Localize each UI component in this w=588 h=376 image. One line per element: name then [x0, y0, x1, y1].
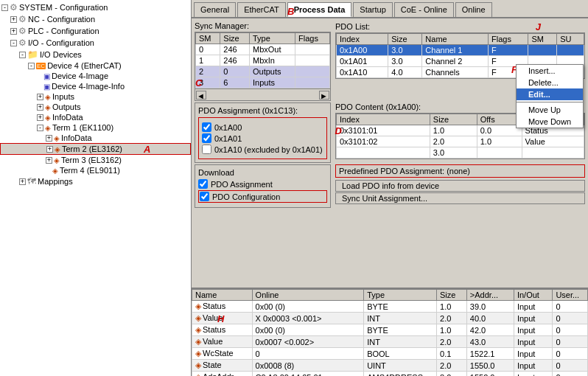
tab-process-data[interactable]: Process Data [287, 2, 352, 17]
context-menu-edit[interactable]: Edit... [517, 88, 583, 100]
tree-item-term2[interactable]: + ◈ Term 2 (EL3162) [0, 143, 191, 155]
tree-item-term1-infodata[interactable]: + ◈ InfoData [0, 133, 191, 143]
sm-row-0[interactable]: 0 246 MbxOut [196, 44, 330, 55]
download-pdo-config-check[interactable] [200, 192, 209, 201]
tree-item-mappings[interactable]: + 🗺 Mappings [0, 175, 191, 187]
context-menu-move-down[interactable]: Move Down [517, 116, 583, 128]
term4-icon: ◈ [52, 167, 58, 175]
status-icon-0: ◈ [195, 302, 201, 310]
info-icon: ◈ [45, 114, 51, 122]
bt-row-5[interactable]: ◈State 0x0008 (8) UINT 2.0 1550.0 Input … [192, 360, 588, 372]
bt-inout-5: Input [514, 360, 552, 372]
sm-row-2[interactable]: 2 0 Outputs [196, 66, 330, 77]
wcstate-icon: ◈ [195, 349, 201, 358]
expand-system[interactable]: - [1, 4, 8, 11]
input-icon: ◈ [45, 93, 51, 101]
context-menu-insert[interactable]: Insert... [517, 65, 583, 77]
scroll-right-btn[interactable]: ► [319, 91, 329, 100]
expand-device4[interactable]: - [28, 63, 35, 69]
tree-item-plc[interactable]: + ⚙ PLC - Configuration [0, 25, 191, 37]
tree-label-nc: NC - Configuration [28, 15, 95, 24]
pdo-row-0[interactable]: 0x1A00 3.0 Channel 1 F [337, 45, 584, 56]
download-pdo-assignment-check[interactable] [198, 179, 208, 189]
bt-row-2[interactable]: ◈Status 0x00 (0) BYTE 1.0 42.0 Input 0 [192, 324, 588, 336]
context-menu-move-up[interactable]: Move Up [517, 104, 583, 116]
bt-type-2: BYTE [364, 324, 437, 336]
tree-label-outputs: Outputs [52, 102, 81, 111]
tree-item-io[interactable]: - ⚙ I/O - Configuration [0, 37, 191, 49]
expand-plc[interactable]: + [10, 28, 17, 35]
sync-manager-table: SM Size Type Flags 0 246 Mbx [195, 32, 330, 88]
bt-row-6[interactable]: ◈AdsAddr C0 A8 00 14 05 01 ... AMS4DDRES… [192, 372, 588, 377]
expand-mappings[interactable]: + [19, 178, 26, 185]
bt-col-addr: >Addr... [466, 290, 514, 301]
tree-item-device4[interactable]: - EC Device 4 (EtherCAT) [0, 60, 191, 71]
sm-row-3[interactable]: 3 6 Inputs [196, 77, 330, 88]
pdo-content-row-1[interactable]: 0x3101:02 2.0 1.0 Value [337, 136, 584, 147]
sm-scrollbar[interactable]: ◄ ► [195, 89, 331, 101]
tab-online[interactable]: Online [455, 2, 492, 17]
pdo-assign-check-1[interactable] [202, 133, 211, 143]
tab-content-process-data: Sync Manager: SM Size Type Flags [192, 18, 588, 288]
pdo-assign-check-0[interactable] [202, 122, 211, 132]
load-pdo-button[interactable]: Load PDO info from device [335, 180, 585, 192]
folder-icon: 📁 [27, 49, 38, 60]
col-flags: Flags [295, 33, 330, 44]
expand-io[interactable]: - [10, 40, 17, 46]
sm-3: 3 [196, 77, 220, 88]
bt-row-1[interactable]: ◈Value X 0x0003 <0.001> INT 2.0 40.0 Inp… [192, 313, 588, 324]
bt-addr-2: 42.0 [466, 324, 514, 336]
bt-inout-2: Input [514, 324, 552, 336]
tab-ethercat[interactable]: EtherCAT [237, 2, 285, 17]
value-icon-3: ◈ [195, 337, 201, 346]
tree-item-outputs[interactable]: + ◈ Outputs [0, 102, 191, 112]
tab-coe-online[interactable]: CoE - Online [394, 2, 454, 17]
expand-term1-infodata[interactable]: + [46, 135, 52, 142]
tab-startup[interactable]: Startup [353, 2, 392, 17]
tree-label-io: I/O - Configuration [28, 38, 94, 47]
col-size: Size [220, 33, 250, 44]
expand-io-devices[interactable]: - [19, 52, 26, 58]
tree-item-device4-image-info[interactable]: ▣ Device 4-Image-Info [0, 81, 191, 91]
tree-item-term3[interactable]: + ◈ Term 3 (EL3162) [0, 155, 191, 165]
pdo-assign-check-2[interactable] [202, 145, 211, 154]
pdc-index-1: 0x3101:02 [337, 136, 430, 147]
bt-col-name: Name [192, 290, 253, 301]
sync-unit-button[interactable]: Sync Unit Assignment... [335, 192, 585, 204]
expand-term1[interactable]: - [37, 125, 43, 131]
bt-online-6: C0 A8 00 14 05 01 ... [252, 372, 364, 377]
expand-inputs[interactable]: + [37, 94, 43, 100]
bt-online-5: 0x0008 (8) [252, 360, 364, 372]
tree-label-system: SYSTEM - Configuration [19, 3, 108, 12]
pdo-col-su: SU [557, 34, 584, 45]
tree-label-device4-image-info: Device 4-Image-Info [52, 82, 125, 91]
bt-row-4[interactable]: ◈WcState 0 BOOL 0.1 1522.1 Input 0 [192, 348, 588, 360]
scroll-left-btn[interactable]: ◄ [196, 91, 206, 100]
pdo-content-row-2[interactable]: 3.0 [337, 147, 584, 159]
tree-item-term1[interactable]: - ◈ Term 1 (EK1100) [0, 122, 191, 133]
expand-term3[interactable]: + [46, 157, 52, 164]
pdo-assign-item-1: 0x1A01 [202, 133, 323, 143]
tree-item-term4[interactable]: ◈ Term 4 (EL9011) [0, 165, 191, 175]
download-pdo-config: PDO Configuration [198, 190, 327, 203]
download-pdo-assignment: PDO Assignment [198, 179, 327, 189]
expand-nc[interactable]: + [10, 16, 17, 23]
pdo-list-label: PDO List: [335, 22, 370, 31]
pdc-name-2 [522, 147, 584, 159]
tree-item-inputs[interactable]: + ◈ Inputs [0, 91, 191, 102]
tree-item-infodata[interactable]: + ◈ InfoData [0, 112, 191, 122]
expand-term2[interactable]: + [46, 146, 53, 153]
tree-item-system[interactable]: - ⚙ SYSTEM - Configuration [0, 1, 191, 13]
expand-infodata[interactable]: + [37, 114, 43, 121]
expand-outputs[interactable]: + [37, 104, 43, 111]
tree-item-nc[interactable]: + ⚙ NC - Configuration [0, 13, 191, 25]
context-menu-delete[interactable]: Delete... [517, 77, 583, 88]
bt-addr-6: 1552.0 [466, 372, 514, 377]
tree-item-io-devices[interactable]: - 📁 I/O Devices [0, 49, 191, 60]
bt-row-0[interactable]: ◈Status 0x00 (0) BYTE 1.0 39.0 Input 0 [192, 301, 588, 313]
tree-item-device4-image[interactable]: ▣ Device 4-Image [0, 71, 191, 81]
sm-row-1[interactable]: 1 246 MbxIn [196, 55, 330, 66]
pdo-size-2: 4.0 [388, 67, 422, 78]
tab-general[interactable]: General [194, 2, 236, 17]
bt-row-3[interactable]: ◈Value 0x0007 <0.002> INT 2.0 43.0 Input… [192, 336, 588, 348]
